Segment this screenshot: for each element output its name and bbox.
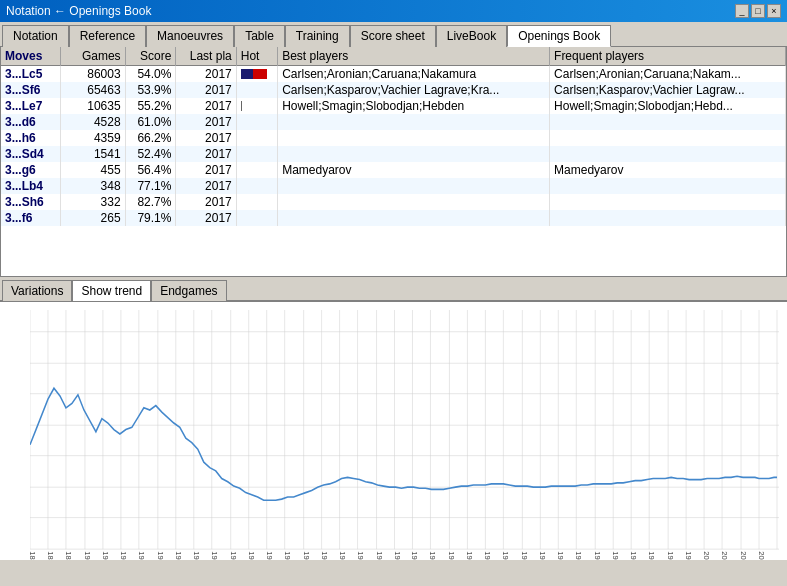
cell-frequent-players: Mamedyarov xyxy=(550,162,786,178)
col-header-moves[interactable]: Moves xyxy=(1,47,60,66)
tab-manoeuvres[interactable]: Manoeuvres xyxy=(146,25,234,47)
window-controls: _ □ × xyxy=(735,4,781,18)
table-row[interactable]: 3...Sf66546353.9%2017Carlsen;Kasparov;Va… xyxy=(1,82,786,98)
svg-text:1981: 1981 xyxy=(574,551,583,560)
cell-games: 65463 xyxy=(60,82,125,98)
cell-score: 56.4% xyxy=(125,162,176,178)
cell-move: 3...h6 xyxy=(1,130,60,146)
svg-text:1894: 1894 xyxy=(46,551,55,560)
cell-score: 53.9% xyxy=(125,82,176,98)
openings-table: Moves Games Score Last pla Hot Best play… xyxy=(0,47,787,277)
cell-lastpla: 2017 xyxy=(176,146,236,162)
main-tab-bar: Notation Reference Manoeuvres Table Trai… xyxy=(0,22,787,47)
cell-lastpla: 2017 xyxy=(176,194,236,210)
cell-best-players: Carlsen;Aronian;Caruana;Nakamura xyxy=(278,66,550,83)
col-header-games[interactable]: Games xyxy=(60,47,125,66)
close-button[interactable]: × xyxy=(767,4,781,18)
trend-line xyxy=(30,388,777,500)
svg-text:2005: 2005 xyxy=(720,551,729,560)
cell-move: 3...Lb4 xyxy=(1,178,60,194)
svg-text:1921: 1921 xyxy=(210,551,219,560)
cell-score: 61.0% xyxy=(125,114,176,130)
cell-games: 332 xyxy=(60,194,125,210)
cell-hot xyxy=(236,210,277,226)
cell-games: 86003 xyxy=(60,66,125,83)
cell-games: 455 xyxy=(60,162,125,178)
cell-hot xyxy=(236,98,277,114)
cell-frequent-players xyxy=(550,114,786,130)
tab-endgames[interactable]: Endgames xyxy=(151,280,226,301)
svg-text:1915: 1915 xyxy=(174,551,183,560)
cell-frequent-players xyxy=(550,130,786,146)
col-header-best[interactable]: Best players xyxy=(278,47,550,66)
cell-games: 4528 xyxy=(60,114,125,130)
svg-text:1975: 1975 xyxy=(538,551,547,560)
cell-best-players xyxy=(278,130,550,146)
svg-text:1891: 1891 xyxy=(30,551,37,560)
cell-move: 3...Sf6 xyxy=(1,82,60,98)
col-header-score[interactable]: Score xyxy=(125,47,176,66)
cell-score: 54.0% xyxy=(125,66,176,83)
tab-variations[interactable]: Variations xyxy=(2,280,72,301)
cell-best-players: Carlsen;Kasparov;Vachier Lagrave;Kra... xyxy=(278,82,550,98)
tab-reference[interactable]: Reference xyxy=(69,25,146,47)
table-row[interactable]: 3...f626579.1%2017 xyxy=(1,210,786,226)
cell-frequent-players xyxy=(550,178,786,194)
svg-text:1897: 1897 xyxy=(64,551,73,560)
cell-best-players: Mamedyarov xyxy=(278,162,550,178)
tab-notation[interactable]: Notation xyxy=(2,25,69,47)
table-row[interactable]: 3...Lb434877.1%2017 xyxy=(1,178,786,194)
svg-text:1954: 1954 xyxy=(411,551,420,560)
cell-best-players xyxy=(278,210,550,226)
table-row[interactable]: 3...Lc58600354.0%2017Carlsen;Aronian;Car… xyxy=(1,66,786,83)
cell-move: 3...g6 xyxy=(1,162,60,178)
col-header-frequent[interactable]: Frequent players xyxy=(550,47,786,66)
tab-livebook[interactable]: LiveBook xyxy=(436,25,507,47)
cell-hot xyxy=(236,66,277,83)
svg-text:1987: 1987 xyxy=(611,551,620,560)
cell-score: 79.1% xyxy=(125,210,176,226)
col-header-lastpla[interactable]: Last pla xyxy=(176,47,236,66)
svg-text:1978: 1978 xyxy=(556,551,565,560)
cell-hot xyxy=(236,130,277,146)
col-header-hot[interactable]: Hot xyxy=(236,47,277,66)
table-row[interactable]: 3...Sh633282.7%2017 xyxy=(1,194,786,210)
tab-show-trend[interactable]: Show trend xyxy=(72,280,151,301)
svg-text:1963: 1963 xyxy=(466,551,475,560)
table-row[interactable]: 3...Le71063555.2%2017Howell;Smagin;Slobo… xyxy=(1,98,786,114)
cell-lastpla: 2017 xyxy=(176,114,236,130)
cell-hot xyxy=(236,114,277,130)
cell-lastpla: 2017 xyxy=(176,178,236,194)
cell-lastpla: 2017 xyxy=(176,130,236,146)
cell-move: 3...Sh6 xyxy=(1,194,60,210)
table-row[interactable]: 3...h6435966.2%2017 xyxy=(1,130,786,146)
cell-move: 3...d6 xyxy=(1,114,60,130)
svg-text:1912: 1912 xyxy=(156,551,165,560)
svg-text:1984: 1984 xyxy=(593,551,602,560)
svg-text:1945: 1945 xyxy=(356,551,365,560)
cell-frequent-players xyxy=(550,194,786,210)
tab-table[interactable]: Table xyxy=(234,25,285,47)
table-row[interactable]: 3...g645556.4%2017MamedyarovMamedyarov xyxy=(1,162,786,178)
chart-svg: 0 2 4 6 8 10 12 14 16 xyxy=(30,310,779,560)
cell-games: 348 xyxy=(60,178,125,194)
cell-games: 4359 xyxy=(60,130,125,146)
cell-hot xyxy=(236,146,277,162)
tab-training[interactable]: Training xyxy=(285,25,350,47)
cell-move: 3...Le7 xyxy=(1,98,60,114)
minimize-button[interactable]: _ xyxy=(735,4,749,18)
tab-scoresheet[interactable]: Score sheet xyxy=(350,25,436,47)
svg-text:1957: 1957 xyxy=(429,551,438,560)
cell-best-players xyxy=(278,178,550,194)
svg-text:1942: 1942 xyxy=(338,551,347,560)
tab-openings-book[interactable]: Openings Book xyxy=(507,25,611,47)
table-row[interactable]: 3...Sd4154152.4%2017 xyxy=(1,146,786,162)
table-row[interactable]: 3...d6452861.0%2017 xyxy=(1,114,786,130)
svg-text:1990: 1990 xyxy=(629,551,638,560)
svg-text:1924: 1924 xyxy=(229,551,238,560)
maximize-button[interactable]: □ xyxy=(751,4,765,18)
cell-best-players xyxy=(278,146,550,162)
svg-text:1960: 1960 xyxy=(448,551,457,560)
cell-hot xyxy=(236,194,277,210)
cell-lastpla: 2017 xyxy=(176,162,236,178)
